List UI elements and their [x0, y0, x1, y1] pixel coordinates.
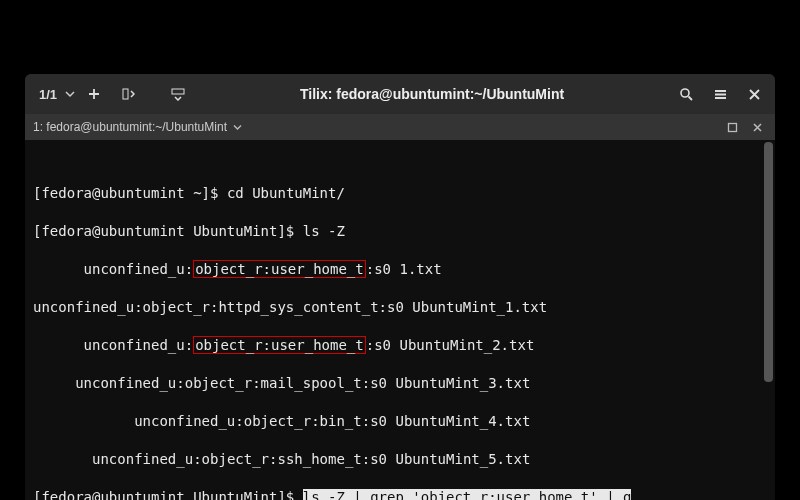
close-window-button[interactable]: [739, 80, 769, 108]
maximize-icon: [727, 122, 738, 133]
command-text: ls -Z: [303, 223, 345, 239]
titlebar: 1/1 Tilix: fedora@ubuntumint:~/UbuntuMin…: [25, 74, 775, 114]
highlight-box: object_r:user_home_t: [193, 260, 366, 278]
highlight-box: object_r:user_home_t: [193, 336, 366, 354]
plus-icon: [87, 87, 101, 101]
indent: [33, 451, 92, 467]
session-switcher[interactable]: 1/1: [31, 80, 75, 108]
tilix-window: 1/1 Tilix: fedora@ubuntumint:~/UbuntuMin…: [25, 74, 775, 500]
svg-rect-3: [729, 123, 737, 131]
terminal-tabbar: 1: fedora@ubuntumint:~/UbuntuMint: [25, 114, 775, 140]
window-title: Tilix: fedora@ubuntumint:~/UbuntuMint: [300, 86, 564, 102]
search-button[interactable]: [671, 80, 701, 108]
chevron-down-icon[interactable]: [233, 123, 242, 132]
close-icon: [748, 88, 761, 101]
terminal-tab-label[interactable]: 1: fedora@ubuntumint:~/UbuntuMint: [33, 120, 227, 134]
menu-button[interactable]: [705, 80, 735, 108]
selinux-context: unconfined_u:object_r:httpd_sys_content_…: [33, 299, 547, 315]
svg-rect-0: [123, 89, 128, 99]
indent: [33, 261, 84, 277]
selinux-context: :s0 UbuntuMint_2.txt: [366, 337, 535, 353]
prompt: [fedora@ubuntumint UbuntuMint]$: [33, 489, 303, 500]
prompt: [fedora@ubuntumint ~]$: [33, 185, 227, 201]
svg-rect-1: [172, 89, 184, 94]
chevron-down-icon: [65, 89, 75, 99]
close-icon: [752, 122, 763, 133]
indent: [33, 375, 75, 391]
selinux-context: unconfined_u:: [84, 261, 194, 277]
indent: [33, 413, 134, 429]
close-pane-button[interactable]: [748, 122, 767, 133]
terminal-output[interactable]: [fedora@ubuntumint ~]$ cd UbuntuMint/ [f…: [25, 140, 775, 500]
selinux-context: :s0 1.txt: [366, 261, 442, 277]
selinux-context: unconfined_u:: [84, 337, 194, 353]
prompt: [fedora@ubuntumint UbuntuMint]$: [33, 223, 303, 239]
add-terminal-right-button[interactable]: [113, 80, 143, 108]
scrollbar[interactable]: [764, 142, 773, 382]
split-right-icon: [121, 87, 135, 101]
svg-point-2: [681, 89, 689, 97]
selected-command: ls -Z | grep 'object_r:user_home_t' | g: [303, 489, 632, 500]
selinux-context: unconfined_u:object_r:mail_spool_t:s0 Ub…: [75, 375, 530, 391]
split-down-icon: [170, 87, 186, 101]
session-label: 1/1: [31, 87, 65, 102]
selinux-context: unconfined_u:object_r:ssh_home_t:s0 Ubun…: [92, 451, 530, 467]
selinux-context: unconfined_u:object_r:bin_t:s0 UbuntuMin…: [134, 413, 530, 429]
search-icon: [679, 87, 694, 102]
add-terminal-button[interactable]: [79, 80, 109, 108]
indent: [33, 337, 84, 353]
maximize-pane-button[interactable]: [723, 122, 742, 133]
add-terminal-down-button[interactable]: [163, 80, 193, 108]
hamburger-icon: [713, 87, 728, 102]
command-text: cd UbuntuMint/: [227, 185, 345, 201]
